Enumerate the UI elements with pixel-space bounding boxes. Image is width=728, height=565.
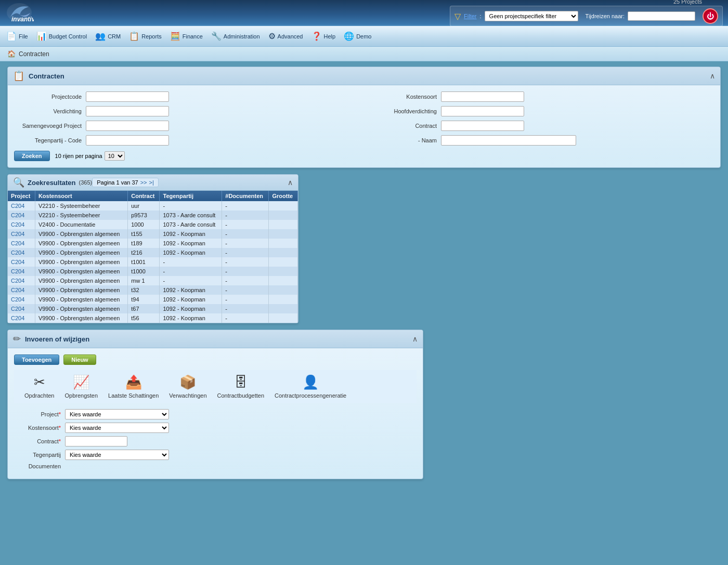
nav-item-reports[interactable]: 📋 Reports: [125, 29, 166, 43]
cell-project[interactable]: C204: [8, 267, 35, 276]
nav-label-help: Help: [324, 33, 336, 40]
projectcode-input[interactable]: [86, 91, 169, 102]
cell-project[interactable]: C204: [8, 220, 35, 229]
pagination-last[interactable]: >|: [149, 179, 154, 186]
project-link[interactable]: C204: [11, 212, 24, 218]
table-row: C204V9900 - Opbrengsten algemeent1000--: [8, 267, 298, 276]
tab-contractprocessengeneratie[interactable]: 👤 Contractprocessengeneratie: [275, 374, 346, 399]
cell-project[interactable]: C204: [8, 211, 35, 220]
cell-kostensoort: V9900 - Opbrengsten algemeen: [35, 239, 127, 248]
project-link[interactable]: C204: [11, 278, 24, 284]
project-link[interactable]: C204: [11, 231, 24, 237]
col-kostensoort: Kostensoort: [35, 191, 127, 201]
kostensoort-input[interactable]: [441, 91, 524, 102]
opbrengsten-tab-icon: 📈: [73, 374, 89, 390]
cell-project[interactable]: C204: [8, 239, 35, 248]
rows-per-page-select[interactable]: 10 25 50: [105, 151, 125, 161]
new-button[interactable]: Nieuw: [63, 354, 96, 365]
tegenpartij-code-input[interactable]: [86, 135, 169, 146]
breadcrumb-text: Contracten: [19, 50, 49, 58]
cell-project[interactable]: C204: [8, 257, 35, 267]
svg-text:invantive: invantive: [11, 16, 34, 23]
cell-tegenpartij: 1092 - Koopman: [160, 313, 222, 323]
tab-opbrengsten[interactable]: 📈 Opbrengsten: [64, 374, 98, 399]
project-link[interactable]: C204: [11, 306, 24, 312]
cell-project[interactable]: C204: [8, 313, 35, 323]
cell-kostensoort: V9900 - Opbrengsten algemeen: [35, 313, 127, 323]
cell-tegenpartij: 1092 - Koopman: [160, 229, 222, 239]
cell-project[interactable]: C204: [8, 229, 35, 239]
search-results-panel: 🔍 Zoekresultaten (365) Pagina 1 van 37 >…: [7, 174, 298, 323]
contract-invoer-input[interactable]: [65, 436, 127, 446]
cell-tegenpartij: -: [160, 257, 222, 267]
project-link[interactable]: C204: [11, 268, 24, 274]
verdichting-input[interactable]: [86, 106, 169, 116]
cell-project[interactable]: C204: [8, 304, 35, 313]
col-grootte: Grootte: [269, 191, 298, 201]
cell-tegenpartij: -: [160, 276, 222, 285]
cell-project[interactable]: C204: [8, 248, 35, 257]
cell-grootte: [269, 201, 298, 211]
tab-contractbudgetten[interactable]: 🗄 Contractbudgetten: [217, 374, 265, 399]
tab-opdrachten[interactable]: ✂ Opdrachten: [24, 374, 54, 399]
invoer-tabs: ✂ Opdrachten 📈 Opbrengsten 📤 Laatste Sch…: [14, 370, 417, 403]
contract-filter-input[interactable]: [441, 121, 524, 131]
cell-documenten: -: [222, 201, 269, 211]
file-nav-icon: 📄: [6, 31, 17, 41]
nav-item-crm[interactable]: 👥 CRM: [91, 29, 125, 43]
nav-item-help[interactable]: ❓ Help: [307, 29, 340, 43]
project-link[interactable]: C204: [11, 221, 24, 228]
naam-input[interactable]: [441, 135, 576, 146]
pagination-next[interactable]: >>: [140, 179, 147, 186]
nav-item-administration[interactable]: 🔧 Administration: [207, 29, 264, 43]
contracten-panel-header[interactable]: 📋 Contracten ∧: [8, 67, 720, 85]
hoofdverdichting-input[interactable]: [441, 106, 524, 116]
contract-filter-label: Contract: [369, 123, 437, 129]
breadcrumb: 🏠 Contracten: [0, 47, 728, 61]
power-button[interactable]: ⏻: [703, 8, 718, 24]
project-link[interactable]: C204: [11, 315, 24, 321]
nav-item-budget[interactable]: 📊 Budget Control: [32, 29, 91, 43]
project-link[interactable]: C204: [11, 287, 24, 293]
cell-project[interactable]: C204: [8, 201, 35, 211]
project-link[interactable]: C204: [11, 240, 24, 246]
nav-item-advanced[interactable]: ⚙ Advanced: [264, 29, 307, 43]
cell-grootte: [269, 267, 298, 276]
search-button[interactable]: Zoeken: [14, 151, 50, 161]
project-invoer-select[interactable]: Kies waarde: [65, 409, 169, 419]
tegenpartij-invoer-select[interactable]: Kies waarde: [65, 450, 169, 460]
cell-project[interactable]: C204: [8, 276, 35, 285]
add-button[interactable]: Toevoegen: [14, 354, 59, 365]
kostensoort-label: Kostensoort: [369, 94, 437, 100]
nav-label-file: File: [19, 33, 28, 40]
time-travel-input[interactable]: [628, 11, 695, 21]
filter-label[interactable]: Filter: [464, 13, 476, 19]
cell-project[interactable]: C204: [8, 285, 35, 295]
contracten-panel-title: Contracten: [29, 72, 64, 80]
invoer-panel-title: Invoeren of wijzigen: [25, 335, 89, 343]
results-table-body: C204V2210 - Systeembeheeruur--C204V2210 …: [8, 201, 298, 323]
kostensoort-invoer-select[interactable]: Kies waarde: [65, 423, 169, 433]
results-collapse-btn[interactable]: ∧: [288, 178, 293, 187]
cell-project[interactable]: C204: [8, 295, 35, 304]
project-filter-select[interactable]: Geen projectspecifiek filter: [485, 11, 578, 21]
cell-kostensoort: V2210 - Systeembeheer: [35, 201, 127, 211]
tab-laatste-schattingen[interactable]: 📤 Laatste Schattingen: [108, 374, 159, 399]
samengevoegd-input[interactable]: [86, 121, 169, 131]
filter-colon: :: [480, 13, 482, 19]
project-link[interactable]: C204: [11, 203, 24, 209]
project-link[interactable]: C204: [11, 249, 24, 256]
nav-item-file[interactable]: 📄 File: [2, 29, 32, 43]
invoer-panel-header[interactable]: ✏ Invoeren of wijzigen ∧: [8, 330, 423, 348]
cell-grootte: [269, 285, 298, 295]
cell-documenten: -: [222, 304, 269, 313]
opdrachten-tab-label: Opdrachten: [24, 392, 54, 399]
project-link[interactable]: C204: [11, 296, 24, 303]
contracten-collapse-btn[interactable]: ∧: [710, 72, 715, 80]
tab-verwachtingen[interactable]: 📦 Verwachtingen: [169, 374, 206, 399]
invoer-collapse-btn[interactable]: ∧: [412, 335, 418, 343]
project-link[interactable]: C204: [11, 259, 24, 265]
nav-item-finance[interactable]: 🧮 Finance: [166, 29, 207, 43]
nav-item-demo[interactable]: 🌐 Demo: [340, 29, 375, 43]
main-content: 📋 Contracten ∧ Projectcode Verdichting: [0, 61, 728, 491]
